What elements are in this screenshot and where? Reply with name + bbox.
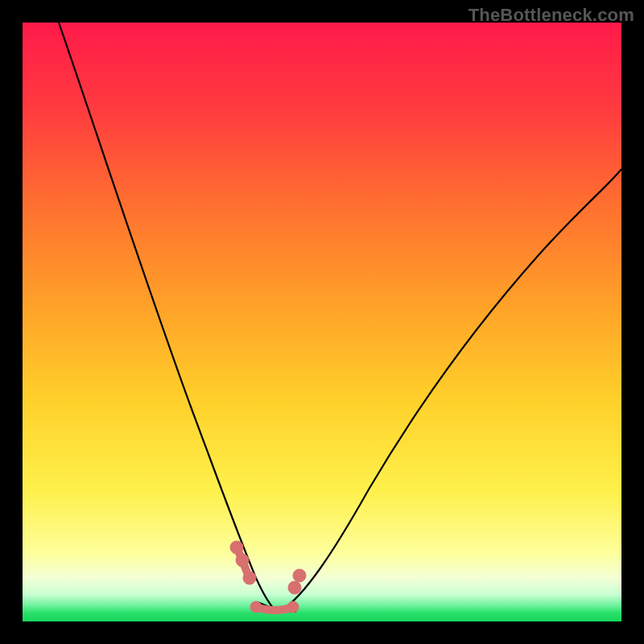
marker-left-lower (243, 572, 256, 584)
marker-right-lower (288, 581, 301, 594)
marker-floor-right (287, 601, 299, 613)
right-curve (282, 169, 621, 610)
chart-frame: TheBottleneck.com (0, 0, 644, 644)
marker-left-upper (230, 541, 243, 554)
marker-floor-left (250, 601, 262, 613)
marker-right-upper (293, 569, 306, 582)
plot-area (23, 23, 621, 621)
left-curve (59, 23, 277, 612)
watermark-text: TheBottleneck.com (469, 5, 634, 26)
marker-left-mid (236, 554, 249, 567)
curves-layer (23, 23, 621, 621)
